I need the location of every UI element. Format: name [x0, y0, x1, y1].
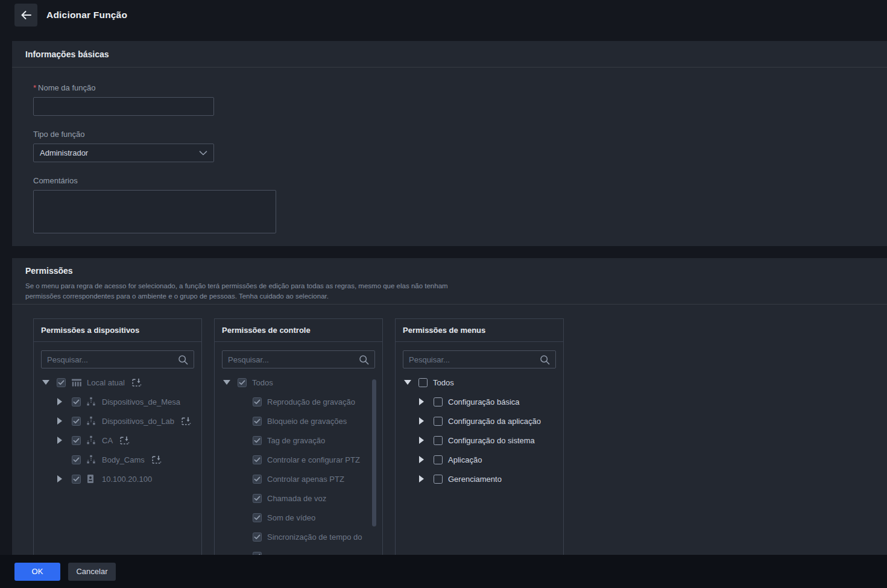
- checkbox[interactable]: [253, 455, 262, 464]
- tree-node-label: Body_Cams: [102, 455, 145, 464]
- ok-button[interactable]: OK: [14, 563, 60, 581]
- back-button[interactable]: [14, 4, 37, 27]
- expand-arrow-icon[interactable]: [57, 437, 62, 444]
- tree-node-label: Local atual: [87, 378, 125, 387]
- checkbox[interactable]: [434, 417, 443, 426]
- scrollbar-thumb[interactable]: [372, 379, 376, 526]
- tree-row[interactable]: Gerenciamento: [396, 469, 563, 488]
- search-input[interactable]: [47, 355, 178, 364]
- comments-label: Comentários: [33, 176, 887, 185]
- checkbox[interactable]: [57, 378, 66, 387]
- tree-row[interactable]: Dispositivos_de_Mesa: [34, 392, 201, 411]
- checkbox[interactable]: [72, 455, 81, 464]
- checkbox[interactable]: [253, 533, 262, 542]
- checkbox[interactable]: [72, 417, 81, 426]
- basic-info-section: Informações básicas *Nome da função Tipo…: [12, 41, 887, 246]
- tree-row[interactable]: Todos: [215, 373, 382, 392]
- expand-arrow-icon[interactable]: [57, 398, 62, 405]
- tree-row[interactable]: CA: [34, 431, 201, 450]
- permissions-header: Permissões Se o menu para regra de acess…: [12, 258, 887, 305]
- checkbox[interactable]: [253, 552, 262, 555]
- topbar: Adicionar Função: [0, 0, 887, 30]
- collapse-arrow-icon[interactable]: [223, 380, 230, 385]
- tree-node-label: Dispositivos_do_Lab: [102, 417, 174, 426]
- checkbox[interactable]: [418, 378, 428, 387]
- checkbox[interactable]: [434, 475, 443, 484]
- expand-arrow-icon[interactable]: [419, 417, 424, 425]
- tree-node-label: Configuração básica: [448, 397, 520, 406]
- checkbox[interactable]: [238, 378, 247, 387]
- tree-row[interactable]: Tag de gravação: [215, 431, 382, 450]
- tree-node-label: Reprodução de gravação: [267, 397, 355, 406]
- tree-row[interactable]: Controlar e configurar PTZ: [215, 450, 382, 469]
- search-box: [222, 350, 375, 368]
- collapse-arrow-icon[interactable]: [404, 380, 411, 385]
- tree-node-label: Som de vídeo: [267, 513, 315, 522]
- tree-row[interactable]: Chamada de voz: [215, 488, 382, 508]
- checkbox[interactable]: [253, 436, 262, 445]
- checkbox[interactable]: [72, 397, 81, 406]
- checkbox[interactable]: [253, 513, 262, 522]
- tree-node-label: Dispositivos_de_Mesa: [102, 397, 180, 406]
- collapse-arrow-icon[interactable]: [42, 380, 49, 385]
- tree-row[interactable]: Bloqueio de gravações: [215, 411, 382, 431]
- panel-control: Permissões de controleTodosReprodução de…: [214, 318, 383, 555]
- tree-row[interactable]: Reprodução de gravação: [215, 392, 382, 411]
- tree-row[interactable]: Controlar apenas PTZ: [215, 469, 382, 488]
- expand-arrow-icon[interactable]: [57, 475, 62, 482]
- checkbox[interactable]: [72, 436, 81, 445]
- role-name-input[interactable]: [33, 97, 214, 116]
- comments-textarea[interactable]: [33, 190, 276, 233]
- checkbox[interactable]: [434, 436, 443, 445]
- tree-row[interactable]: Aplicação: [396, 450, 563, 469]
- checkbox[interactable]: [253, 417, 262, 426]
- import-icon[interactable]: [120, 436, 130, 445]
- tree-row[interactable]: Body_Cams: [34, 450, 201, 469]
- expand-arrow-icon[interactable]: [419, 437, 424, 444]
- cancel-button[interactable]: Cancelar: [68, 563, 116, 581]
- import-icon[interactable]: [182, 417, 192, 426]
- tree-node-label: Bloqueio de gravações: [267, 417, 347, 426]
- checkbox[interactable]: [253, 475, 262, 484]
- permissions-description-line2: permissões correspondentes para o ambien…: [25, 291, 874, 302]
- group-icon: [86, 397, 98, 406]
- search-input[interactable]: [409, 355, 540, 364]
- tree-row[interactable]: Configuração básica: [396, 392, 563, 411]
- panel-title: Permissões de menus: [396, 319, 563, 342]
- tree-row[interactable]: Dispositivos_do_Lab: [34, 411, 201, 431]
- tree-row[interactable]: [215, 546, 382, 555]
- permissions-description: Se o menu para regra de acesso for selec…: [25, 281, 874, 302]
- search-input[interactable]: [228, 355, 359, 364]
- expand-arrow-icon[interactable]: [419, 456, 424, 463]
- tree-row[interactable]: Local atual: [34, 373, 201, 392]
- tree-row[interactable]: Sincronização de tempo do: [215, 527, 382, 546]
- basic-info-title: Informações básicas: [12, 41, 887, 68]
- required-asterisk: *: [33, 83, 36, 92]
- panel-title: Permissões de controle: [215, 319, 382, 342]
- tree-node-label: Aplicação: [448, 455, 482, 464]
- tree-row[interactable]: Configuração da aplicação: [396, 411, 563, 431]
- import-icon[interactable]: [152, 455, 162, 464]
- search-box: [41, 350, 194, 368]
- checkbox[interactable]: [434, 397, 443, 406]
- tree-row[interactable]: Configuração do sistema: [396, 431, 563, 450]
- checkbox[interactable]: [434, 455, 443, 464]
- role-name-label: *Nome da função: [33, 83, 887, 92]
- expand-arrow-icon[interactable]: [419, 398, 424, 405]
- permissions-description-line1: Se o menu para regra de acesso for selec…: [25, 281, 874, 291]
- expand-arrow-icon[interactable]: [57, 417, 62, 425]
- expand-arrow-icon[interactable]: [419, 475, 424, 482]
- tree-row[interactable]: 10.100.20.100: [34, 469, 201, 488]
- permissions-title: Permissões: [25, 266, 874, 276]
- checkbox[interactable]: [253, 397, 262, 406]
- tree-row[interactable]: Todos: [396, 373, 563, 392]
- page-title: Adicionar Função: [46, 10, 127, 21]
- checkbox[interactable]: [253, 494, 262, 503]
- role-type-select[interactable]: Administrador: [33, 144, 214, 162]
- search-icon: [540, 355, 550, 365]
- checkbox[interactable]: [72, 475, 81, 484]
- import-icon[interactable]: [132, 378, 142, 387]
- tree-row[interactable]: Som de vídeo: [215, 508, 382, 527]
- tree-node-label: Controlar e configurar PTZ: [267, 455, 360, 464]
- group-icon: [86, 416, 98, 426]
